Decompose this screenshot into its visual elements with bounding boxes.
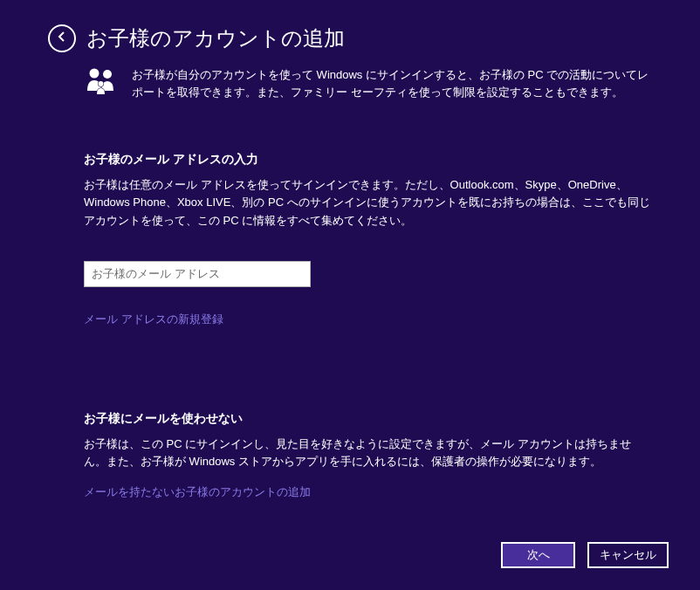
back-button[interactable]: [48, 24, 76, 52]
svg-point-3: [99, 81, 104, 86]
child-email-input[interactable]: [84, 261, 311, 287]
add-child-noemail-link[interactable]: メールを持たないお子様のアカウントの追加: [84, 484, 311, 500]
email-section-title: お子様のメール アドレスの入力: [84, 152, 652, 168]
noemail-section-text: お子様は、この PC にサインインし、見た目を好きなように設定できますが、メール…: [84, 436, 652, 470]
svg-point-0: [90, 69, 100, 79]
next-button[interactable]: 次へ: [501, 542, 575, 568]
noemail-section-title: お子様にメールを使わせない: [84, 411, 652, 427]
back-arrow-icon: [55, 30, 69, 47]
page-title: お子様のアカウントの追加: [86, 24, 345, 52]
cancel-button[interactable]: キャンセル: [587, 542, 669, 568]
svg-point-1: [103, 70, 112, 79]
family-icon: [83, 65, 118, 99]
register-email-link[interactable]: メール アドレスの新規登録: [84, 312, 223, 327]
email-section-text: お子様は任意のメール アドレスを使ってサインインできます。ただし、Outlook…: [84, 176, 652, 229]
intro-text: お子様が自分のアカウントを使って Windows にサインインすると、お子様の …: [132, 65, 652, 101]
